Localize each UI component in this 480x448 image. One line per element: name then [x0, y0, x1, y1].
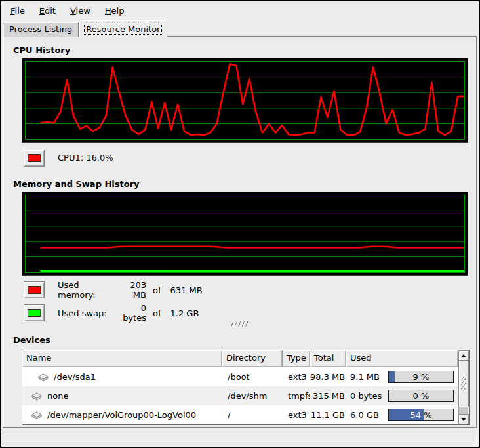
column-header-total[interactable]: Total [310, 350, 346, 367]
used-memory-total: 631 MB [170, 285, 203, 295]
device-directory: / [222, 410, 283, 420]
device-name: none [47, 391, 68, 401]
menu-file[interactable]: File [3, 3, 32, 18]
device-total: 11.1 GB [310, 410, 346, 420]
used-memory-value: 203 MB [115, 280, 146, 300]
scrollbar-thumb[interactable] [458, 361, 469, 407]
device-type: ext3 [283, 372, 310, 382]
device-used: 6.0 GB [346, 410, 379, 420]
device-name: /dev/sda1 [54, 372, 96, 382]
memory-history-chart [22, 192, 468, 276]
menu-view[interactable]: View [63, 3, 98, 18]
usage-bar: 9 % 9 % [388, 371, 454, 383]
scroll-down-button[interactable] [458, 414, 469, 424]
device-name: /dev/mapper/VolGroup00-LogVol00 [47, 410, 196, 420]
used-memory-label: Used memory: [58, 280, 115, 300]
usage-percent-label: 0 % [413, 391, 430, 401]
column-header-type[interactable]: Type [283, 350, 310, 367]
memory-history-plot [26, 195, 464, 272]
device-type: tmpfs [283, 391, 310, 401]
table-row[interactable]: none /dev/shm tmpfs 315 MB 0 bytes 0 % 0… [22, 386, 458, 405]
disk-icon [30, 392, 43, 401]
usage-bar: 0 % 0 % [388, 390, 454, 402]
cpu-history-title: CPU History [13, 45, 70, 55]
column-header-used[interactable]: Used [346, 350, 458, 367]
device-total: 315 MB [310, 391, 346, 401]
pane-resize-grip[interactable] [230, 321, 249, 327]
disk-icon [30, 411, 43, 420]
used-swap-color-chip [28, 309, 41, 317]
device-directory: /dev/shm [222, 391, 283, 401]
usage-percent-label: 9 % [413, 372, 430, 382]
used-swap-legend: Used swap: 0 bytes of 1.2 GB [58, 304, 199, 321]
column-header-name[interactable]: Name [22, 350, 222, 367]
used-swap-value: 0 bytes [115, 303, 146, 323]
table-row[interactable]: /dev/sda1 /boot ext3 98.3 MB 9.1 MB 9 % … [22, 367, 458, 386]
cpu-history-plot [26, 62, 464, 139]
used-swap-of: of [153, 308, 161, 318]
cpu-history-chart [22, 58, 468, 143]
column-header-directory[interactable]: Directory [222, 350, 283, 367]
tab-resource-monitor[interactable]: Resource Monitor [79, 20, 167, 37]
menubar: File Edit View Help [2, 2, 478, 19]
cpu1-color-button[interactable] [24, 150, 45, 167]
devices-title: Devices [13, 335, 50, 345]
tab-resource-monitor-label: Resource Monitor [86, 24, 160, 34]
tab-process-listing[interactable]: Process Listing [3, 22, 79, 37]
device-used: 0 bytes [346, 391, 382, 401]
menu-help[interactable]: Help [98, 3, 132, 18]
used-swap-total: 1.2 GB [170, 308, 199, 318]
usage-bar: 54 % 54 % [388, 409, 454, 421]
used-memory-legend: Used memory: 203 MB of 631 MB [58, 281, 203, 298]
used-memory-color-chip [28, 286, 41, 294]
devices-table-header: Name Directory Type Total Used [22, 350, 458, 367]
vertical-scrollbar[interactable] [458, 350, 469, 424]
scrollbar-grip-icon [461, 377, 466, 391]
cpu1-color-chip [28, 154, 41, 162]
used-swap-label: Used swap: [58, 308, 115, 318]
cpu1-legend-label: CPU1: 16.0% [58, 150, 113, 167]
scroll-up-button[interactable] [458, 350, 469, 361]
device-type: ext3 [283, 410, 310, 420]
arrow-down-icon [461, 418, 466, 421]
menu-edit[interactable]: Edit [32, 3, 63, 18]
status-bar [3, 432, 477, 445]
used-memory-of: of [153, 285, 161, 295]
scrollbar-trough[interactable] [458, 407, 469, 414]
system-monitor-window: File Edit View Help Process Listing Reso… [0, 0, 480, 448]
table-row[interactable]: /dev/mapper/VolGroup00-LogVol00 / ext3 1… [22, 405, 458, 424]
used-swap-color-button[interactable] [24, 304, 45, 321]
tab-process-listing-label: Process Listing [9, 24, 72, 34]
used-memory-color-button[interactable] [24, 281, 45, 298]
disk-icon [37, 373, 50, 382]
device-used: 9.1 MB [346, 372, 380, 382]
arrow-up-icon [461, 354, 466, 357]
device-directory: /boot [222, 372, 283, 382]
tab-bar: Process Listing Resource Monitor [3, 20, 167, 37]
memory-history-title: Memory and Swap History [13, 179, 140, 189]
device-total: 98.3 MB [310, 372, 346, 382]
devices-table: Name Directory Type Total Used /dev/sda1… [22, 350, 470, 425]
